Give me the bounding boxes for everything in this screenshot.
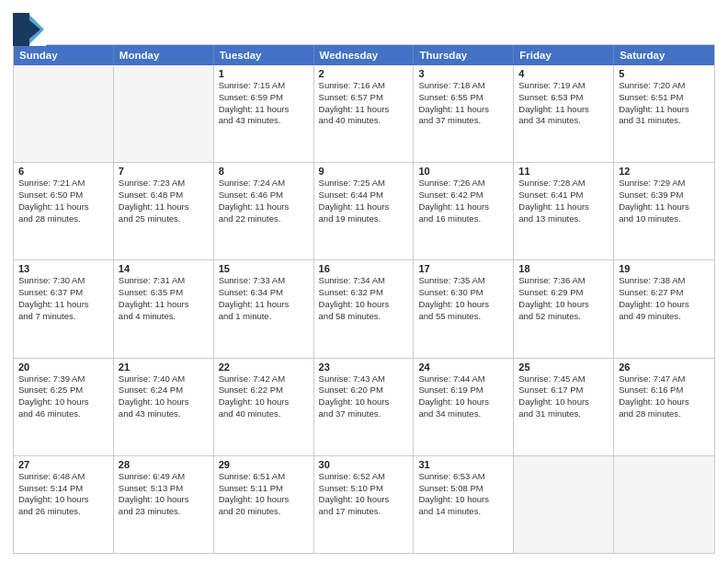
- cell-info-line: Daylight: 11 hours: [319, 201, 409, 213]
- cell-info-line: Daylight: 11 hours: [18, 299, 108, 311]
- cell-info-line: Daylight: 11 hours: [119, 299, 209, 311]
- cell-info-line: Sunrise: 7:33 AM: [219, 275, 309, 287]
- day-number: 3: [418, 68, 508, 79]
- cell-info-line: Sunset: 6:42 PM: [418, 190, 508, 201]
- calendar-week-row: 27Sunrise: 6:48 AMSunset: 5:14 PMDayligh…: [14, 455, 714, 553]
- cell-info-line: Sunset: 6:20 PM: [319, 385, 409, 396]
- cell-info-line: Daylight: 11 hours: [418, 104, 508, 116]
- svg-rect-0: [13, 13, 29, 46]
- day-number: 19: [619, 263, 710, 274]
- calendar-cell: 27Sunrise: 6:48 AMSunset: 5:14 PMDayligh…: [14, 456, 114, 553]
- day-number: 12: [619, 166, 710, 177]
- cell-info-line: and 49 minutes.: [619, 311, 710, 323]
- cell-info-line: Daylight: 10 hours: [619, 396, 710, 408]
- day-number: 9: [319, 166, 409, 177]
- cell-info-line: and 46 minutes.: [18, 408, 108, 420]
- cell-info-line: Sunrise: 7:21 AM: [18, 178, 108, 190]
- cell-info-line: Daylight: 11 hours: [219, 299, 309, 311]
- calendar-cell: 17Sunrise: 7:35 AMSunset: 6:30 PMDayligh…: [414, 260, 514, 357]
- cell-info-line: Sunrise: 6:51 AM: [219, 471, 309, 483]
- cell-info-line: Daylight: 11 hours: [18, 201, 108, 213]
- day-number: 6: [18, 166, 108, 177]
- day-number: 25: [518, 362, 609, 373]
- cell-info-line: Sunrise: 7:38 AM: [619, 275, 710, 287]
- cell-info-line: Daylight: 10 hours: [319, 299, 409, 311]
- calendar-cell: [14, 65, 114, 162]
- cell-info-line: and 31 minutes.: [518, 408, 609, 420]
- calendar-cell: 24Sunrise: 7:44 AMSunset: 6:19 PMDayligh…: [414, 359, 514, 455]
- day-number: 4: [518, 68, 609, 79]
- cell-info-line: Sunset: 6:59 PM: [219, 92, 309, 104]
- cell-info-line: Sunrise: 7:19 AM: [518, 80, 609, 92]
- cell-info-line: Daylight: 11 hours: [319, 104, 409, 116]
- cell-info-line: and 55 minutes.: [418, 311, 508, 323]
- cell-info-line: Daylight: 11 hours: [119, 201, 209, 213]
- calendar-cell: 16Sunrise: 7:34 AMSunset: 6:32 PMDayligh…: [314, 260, 415, 357]
- calendar-week-row: 13Sunrise: 7:30 AMSunset: 6:37 PMDayligh…: [14, 259, 714, 357]
- cell-info-line: Sunset: 6:48 PM: [119, 190, 209, 201]
- cell-info-line: and 19 minutes.: [319, 213, 409, 225]
- cell-info-line: and 52 minutes.: [518, 311, 609, 323]
- day-of-week-header: Saturday: [614, 45, 714, 65]
- day-number: 29: [219, 459, 309, 470]
- cell-info-line: Sunrise: 7:15 AM: [219, 80, 309, 92]
- day-number: 21: [119, 362, 209, 373]
- cell-info-line: Sunrise: 7:34 AM: [319, 275, 409, 287]
- cell-info-line: and 37 minutes.: [319, 408, 409, 420]
- day-of-week-header: Wednesday: [314, 45, 415, 65]
- day-number: 18: [518, 263, 609, 274]
- day-number: 20: [18, 362, 108, 373]
- cell-info-line: Sunset: 6:16 PM: [619, 385, 710, 396]
- calendar-cell: 10Sunrise: 7:26 AMSunset: 6:42 PMDayligh…: [414, 163, 514, 259]
- cell-info-line: Sunset: 6:22 PM: [219, 385, 309, 396]
- calendar-cell: 26Sunrise: 7:47 AMSunset: 6:16 PMDayligh…: [614, 359, 714, 455]
- day-of-week-header: Tuesday: [214, 45, 314, 65]
- day-number: 10: [418, 166, 508, 177]
- cell-info-line: Sunrise: 7:47 AM: [619, 373, 710, 385]
- cell-info-line: Sunrise: 6:53 AM: [418, 471, 508, 483]
- cell-info-line: Daylight: 10 hours: [418, 299, 508, 311]
- calendar-cell: 13Sunrise: 7:30 AMSunset: 6:37 PMDayligh…: [14, 260, 114, 357]
- calendar: SundayMondayTuesdayWednesdayThursdayFrid…: [13, 44, 715, 554]
- calendar-cell: 14Sunrise: 7:31 AMSunset: 6:35 PMDayligh…: [114, 260, 214, 357]
- cell-info-line: Daylight: 11 hours: [619, 201, 710, 213]
- calendar-cell: 19Sunrise: 7:38 AMSunset: 6:27 PMDayligh…: [614, 260, 714, 357]
- cell-info-line: and 25 minutes.: [119, 213, 209, 225]
- cell-info-line: Sunset: 5:14 PM: [18, 483, 108, 495]
- calendar-cell: 12Sunrise: 7:29 AMSunset: 6:39 PMDayligh…: [614, 163, 714, 259]
- calendar-cell: 11Sunrise: 7:28 AMSunset: 6:41 PMDayligh…: [514, 163, 614, 259]
- cell-info-line: and 34 minutes.: [418, 408, 508, 420]
- cell-info-line: and 28 minutes.: [619, 408, 710, 420]
- cell-info-line: Sunrise: 7:26 AM: [418, 178, 508, 190]
- cell-info-line: Sunset: 6:25 PM: [18, 385, 108, 396]
- calendar-cell: [514, 456, 614, 553]
- calendar-cell: [114, 65, 214, 162]
- cell-info-line: Daylight: 10 hours: [619, 299, 710, 311]
- calendar-cell: 9Sunrise: 7:25 AMSunset: 6:44 PMDaylight…: [314, 163, 415, 259]
- cell-info-line: Sunrise: 7:23 AM: [119, 178, 209, 190]
- cell-info-line: Daylight: 11 hours: [518, 104, 609, 116]
- cell-info-line: Sunset: 6:32 PM: [319, 287, 409, 299]
- cell-info-line: Daylight: 10 hours: [518, 396, 609, 408]
- cell-info-line: Daylight: 10 hours: [219, 494, 309, 506]
- day-of-week-header: Friday: [514, 45, 614, 65]
- cell-info-line: Daylight: 10 hours: [119, 396, 209, 408]
- calendar-header: SundayMondayTuesdayWednesdayThursdayFrid…: [14, 45, 714, 65]
- calendar-cell: 28Sunrise: 6:49 AMSunset: 5:13 PMDayligh…: [114, 456, 214, 553]
- cell-info-line: Sunrise: 7:20 AM: [619, 80, 710, 92]
- calendar-cell: 6Sunrise: 7:21 AMSunset: 6:50 PMDaylight…: [14, 163, 114, 259]
- cell-info-line: and 58 minutes.: [319, 311, 409, 323]
- header: [13, 9, 715, 39]
- calendar-cell: 30Sunrise: 6:52 AMSunset: 5:10 PMDayligh…: [314, 456, 415, 553]
- calendar-cell: 2Sunrise: 7:16 AMSunset: 6:57 PMDaylight…: [314, 65, 415, 162]
- cell-info-line: Sunset: 6:29 PM: [518, 287, 609, 299]
- day-number: 5: [619, 68, 710, 79]
- cell-info-line: Sunrise: 7:24 AM: [219, 178, 309, 190]
- cell-info-line: Sunrise: 7:39 AM: [18, 373, 108, 385]
- logo-icon: [13, 13, 39, 39]
- cell-info-line: Daylight: 10 hours: [18, 494, 108, 506]
- day-of-week-header: Monday: [114, 45, 214, 65]
- cell-info-line: Sunset: 6:19 PM: [418, 385, 508, 396]
- day-number: 30: [319, 459, 409, 470]
- cell-info-line: and 31 minutes.: [619, 115, 710, 127]
